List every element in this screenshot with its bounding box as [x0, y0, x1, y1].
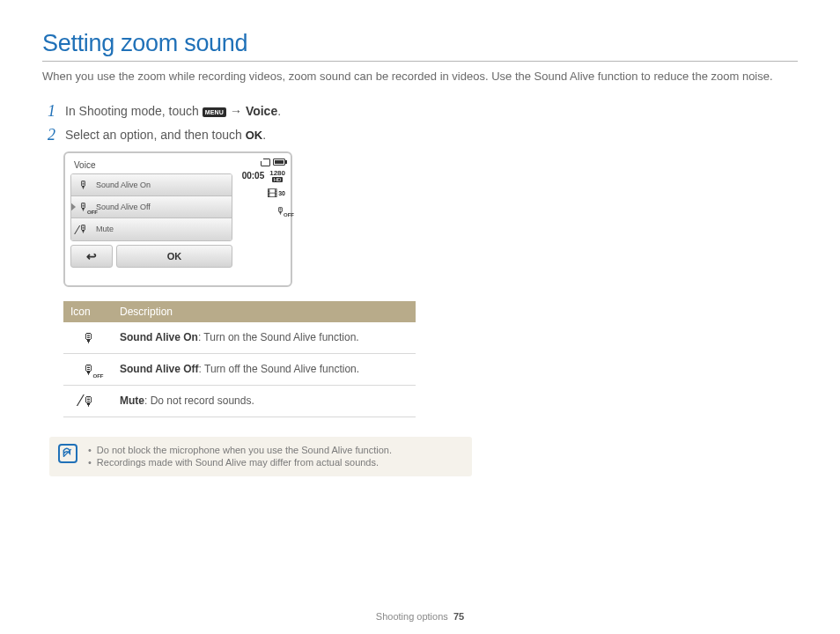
arrow-icon: →: [230, 104, 246, 118]
resolution-number: 1280: [269, 170, 285, 177]
selection-indicator-icon: [70, 203, 76, 211]
camera-option-label: Mute: [96, 225, 114, 233]
step1-prefix: In Shooting mode, touch: [65, 104, 203, 118]
note-bullet: Recordings made with Sound Alive may dif…: [88, 456, 392, 469]
table-header-icon: Icon: [63, 301, 113, 322]
camera-option-list: 🎙 Sound Alive On 🎙OFF Sound Alive Off 🎙⁄…: [70, 173, 232, 241]
camera-panel-title: Voice: [70, 158, 232, 170]
back-button[interactable]: ↩: [70, 245, 113, 268]
note-bullet: Do not block the microphone when you use…: [88, 444, 392, 457]
table-row: 🎙OFF Sound Alive Off: Turn off the Sound…: [63, 353, 416, 385]
footer-page-number: 75: [453, 611, 464, 622]
table-desc: Sound Alive Off: Turn off the Sound Aliv…: [113, 353, 416, 385]
mic-status-icon: 🎙OFF: [276, 205, 285, 216]
note-list: Do not block the microphone when you use…: [88, 444, 392, 470]
page-footer: Shooting options 75: [0, 611, 840, 622]
step-1: 1 In Shooting mode, touch MENU → Voice.: [48, 102, 798, 119]
mic-off-icon: 🎙OFF: [63, 353, 113, 385]
step-text: Select an option, and then touch OK.: [65, 126, 266, 142]
off-sub-label: OFF: [87, 210, 98, 215]
table-desc: Mute: Do not record sounds.: [113, 385, 416, 417]
step-number: 1: [48, 102, 62, 119]
step-number: 2: [48, 126, 62, 143]
step2-suffix: .: [262, 128, 266, 142]
mic-mute-icon: 🎙⁄: [63, 385, 113, 417]
ok-button[interactable]: OK: [116, 245, 232, 268]
camera-option-label: Sound Alive Off: [96, 203, 151, 211]
camera-option-mute[interactable]: 🎙⁄ Mute: [71, 218, 232, 240]
steps-list: 1 In Shooting mode, touch MENU → Voice. …: [48, 102, 798, 143]
camera-option-label: Sound Alive On: [96, 181, 151, 189]
fps-icon: 🎞30: [267, 188, 285, 200]
off-sub-label: OFF: [284, 212, 294, 217]
icon-description-table: Icon Description 🎙 Sound Alive On: Turn …: [63, 301, 416, 417]
table-desc: Sound Alive On: Turn on the Sound Alive …: [113, 322, 416, 354]
footer-section: Shooting options: [376, 611, 448, 622]
camera-screenshot: Voice 🎙 Sound Alive On 🎙OFF Sound Alive …: [63, 151, 292, 287]
note-box: Do not block the microphone when you use…: [49, 437, 472, 477]
recording-time: 00:05: [242, 171, 265, 181]
battery-icon: [273, 158, 285, 166]
ok-inline-icon: OK: [246, 129, 263, 142]
table-row: 🎙 Sound Alive On: Turn on the Sound Aliv…: [63, 322, 416, 354]
note-icon: [58, 444, 77, 463]
step2-prefix: Select an option, and then touch: [65, 128, 246, 142]
off-sub-label: OFF: [93, 373, 104, 379]
table-row: 🎙⁄ Mute: Do not record sounds.: [63, 385, 416, 417]
table-header-description: Description: [113, 301, 416, 322]
mic-on-icon: 🎙: [63, 322, 113, 354]
page-title: Setting zoom sound: [42, 30, 798, 62]
resolution-hd: HD: [272, 177, 284, 182]
step1-suffix: .: [277, 104, 281, 118]
camera-option-sound-alive-off[interactable]: 🎙OFF Sound Alive Off: [71, 196, 232, 218]
step-text: In Shooting mode, touch MENU → Voice.: [65, 102, 281, 118]
camera-option-sound-alive-on[interactable]: 🎙 Sound Alive On: [71, 174, 232, 196]
resolution-badge: 1280 HD: [269, 170, 285, 182]
mic-mute-icon: 🎙⁄: [71, 223, 96, 235]
menu-icon: MENU: [203, 107, 226, 117]
step-2: 2 Select an option, and then touch OK.: [48, 126, 798, 143]
mic-on-icon: 🎙: [71, 179, 96, 191]
sd-card-icon: [261, 158, 270, 166]
intro-text: When you use the zoom while recording vi…: [42, 69, 798, 85]
step1-target: Voice: [246, 104, 277, 118]
